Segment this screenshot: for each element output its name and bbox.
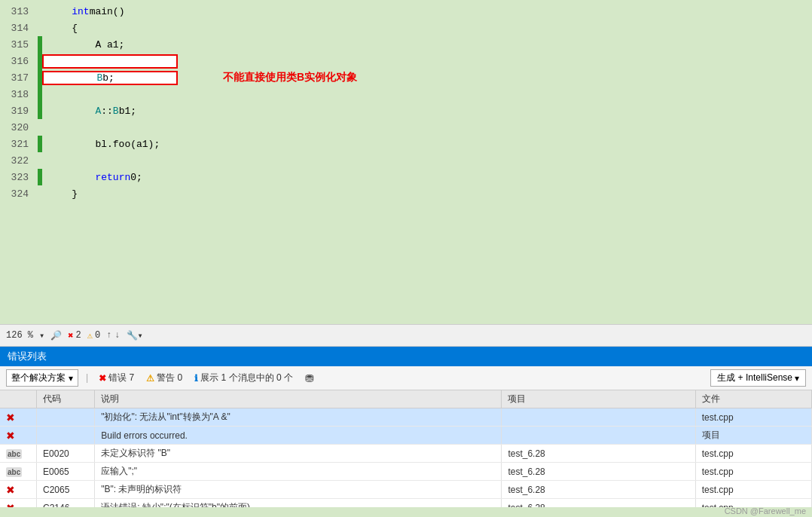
row-project-cell: test_6.28: [502, 463, 695, 481]
error-btn-icon: ✖: [99, 373, 106, 384]
row-project-cell: [502, 408, 695, 427]
row-project-cell: test_6.28: [502, 499, 695, 508]
code-content: {: [42, 23, 78, 34]
line-number: 319: [0, 106, 38, 117]
row-desc-cell: 应输入";": [95, 463, 502, 481]
gutter-changed: [38, 86, 42, 102]
warning-count-number: 0: [95, 330, 100, 341]
warnings-label: 警告 0: [157, 372, 182, 384]
row-desc-cell: "初始化": 无法从"int"转换为"A &": [95, 408, 502, 427]
filter-dropdown-arrow: ▾: [795, 373, 799, 384]
row-code-cell: [37, 408, 95, 427]
line-number: 321: [0, 139, 38, 150]
row-code-cell: E0020: [37, 445, 95, 463]
keyword-A: A: [95, 106, 101, 117]
line-number: 316: [0, 56, 38, 67]
line-number: 324: [0, 188, 38, 200]
code-line-319: 319 A::B b1;: [0, 102, 812, 119]
line-number: 314: [0, 23, 38, 34]
row-project-cell: test_6.28: [502, 481, 695, 499]
row-icon-cell: ✖: [0, 408, 37, 427]
row-desc-cell: Build errors occurred.: [95, 427, 502, 445]
code-line-318: 318: [0, 86, 812, 102]
abc-icon: abc: [6, 467, 22, 477]
error-panel: 错误列表 整个解决方案 ▾ | ✖ 错误 7 ⚠ 警告 0 ℹ 展示 1 个消息…: [0, 347, 812, 517]
row-file-cell: test.cpp: [695, 481, 811, 499]
code-line-322: 322: [0, 152, 812, 169]
code-content: A::B b1;: [42, 106, 136, 117]
row-desc-cell: 未定义标识符 "B": [95, 445, 502, 463]
code-content: }: [42, 188, 78, 200]
col-header-code: 代码: [37, 390, 95, 408]
gutter: [38, 119, 42, 136]
code-content-error: B b;: [42, 71, 178, 85]
row-icon-cell: abc: [0, 445, 37, 463]
row-file-cell: test.cpp: [695, 463, 811, 481]
code-content-error: [42, 54, 178, 69]
code-content: bl.foo(a1);: [42, 139, 160, 150]
error-icon: ✖: [68, 330, 73, 341]
warning-btn-icon: ⚠: [146, 373, 154, 384]
messages-button[interactable]: ℹ 展示 1 个消息中的 0 个: [191, 370, 296, 386]
row-code-cell: E0065: [37, 463, 95, 481]
zoom-dropdown-icon[interactable]: ▾: [39, 330, 44, 341]
row-desc-cell: 语法错误: 缺少";"(在标识符"b"的前面): [95, 499, 502, 508]
row-desc-cell: "B": 未声明的标识符: [95, 481, 502, 499]
col-header-file: 文件: [695, 390, 811, 408]
separator: |: [84, 373, 90, 384]
row-project-cell: test_6.28: [502, 445, 695, 463]
errors-label: 错误 7: [108, 372, 134, 384]
keyword-return: return: [95, 172, 130, 183]
watermark: CSDN @Farewell_me: [725, 506, 806, 515]
table-row[interactable]: ✖ "初始化": 无法从"int"转换为"A &" test.cpp: [0, 408, 812, 427]
table-row[interactable]: ✖ Build errors occurred. 项目: [0, 427, 812, 445]
error-table-container[interactable]: 代码 说明 项目 文件 ✖ "初始化": 无法从"int"转换为"A &" te…: [0, 390, 812, 507]
row-code-cell: C2146: [37, 499, 95, 508]
table-row[interactable]: ✖ C2065 "B": 未声明的标识符 test_6.28 test.cpp: [0, 481, 812, 499]
line-number: 322: [0, 155, 38, 167]
nav-arrows[interactable]: ↑ ↓: [106, 330, 120, 341]
warnings-button[interactable]: ⚠ 警告 0: [143, 370, 185, 386]
code-line-316: 316: [0, 53, 812, 69]
col-header-desc: 说明: [95, 390, 502, 408]
code-line-323: 323 return 0;: [0, 169, 812, 185]
arrow-up[interactable]: ↑: [106, 330, 111, 341]
build-filter-dropdown[interactable]: 生成 + IntelliSense ▾: [710, 369, 806, 387]
row-file-cell: 项目: [695, 427, 811, 445]
warning-icon: ⚠: [87, 330, 93, 341]
arrow-down[interactable]: ↓: [114, 330, 120, 341]
code-content: A a1;: [42, 39, 124, 50]
row-project-cell: [502, 427, 695, 445]
status-bar: 126 % ▾ 🔎 ✖ 2 ⚠ 0 ↑ ↓ 🔧▾: [0, 324, 812, 347]
errors-button[interactable]: ✖ 错误 7: [96, 370, 137, 386]
error-panel-title: 错误列表: [0, 347, 812, 366]
line-number: 315: [0, 39, 38, 50]
abc-icon: abc: [6, 449, 22, 459]
filter-icon[interactable]: 🔧▾: [127, 330, 143, 341]
scope-dropdown-arrow: ▾: [69, 373, 73, 384]
line-number: 313: [0, 6, 38, 17]
scope-label: 整个解决方案: [11, 372, 66, 384]
error-table-body: ✖ "初始化": 无法从"int"转换为"A &" test.cpp ✖ Bui…: [0, 408, 812, 508]
scope-dropdown[interactable]: 整个解决方案 ▾: [6, 369, 78, 387]
code-line-315: 315 A a1;: [0, 36, 812, 53]
funnel-icon[interactable]: ⛃: [302, 371, 317, 386]
code-line-317: 317 B b; 不能直接使用类B实例化对象: [0, 69, 812, 86]
row-file-cell: test.cpp: [695, 408, 811, 427]
error-icon: ✖: [6, 484, 15, 496]
code-content: return 0;: [42, 172, 142, 183]
zoom-level: 126 %: [6, 330, 33, 341]
table-row[interactable]: abc E0065 应输入";" test_6.28 test.cpp: [0, 463, 812, 481]
error-count-number: 2: [75, 330, 81, 341]
table-row[interactable]: abc E0020 未定义标识符 "B" test_6.28 test.cpp: [0, 445, 812, 463]
line-number: 318: [0, 89, 38, 100]
code-line-321: 321 bl.foo(a1);: [0, 136, 812, 152]
row-code-cell: C2065: [37, 481, 95, 499]
error-annotation: 不能直接使用类B实例化对象: [223, 71, 357, 84]
row-icon-cell: ✖: [0, 481, 37, 499]
code-line-313: 313 int main(): [0, 3, 812, 20]
row-icon-cell: ✖: [0, 427, 37, 445]
code-line-314: 314 {: [0, 20, 812, 36]
table-row[interactable]: ✖ C2146 语法错误: 缺少";"(在标识符"b"的前面) test_6.2…: [0, 499, 812, 508]
error-icon: ✖: [6, 502, 15, 508]
